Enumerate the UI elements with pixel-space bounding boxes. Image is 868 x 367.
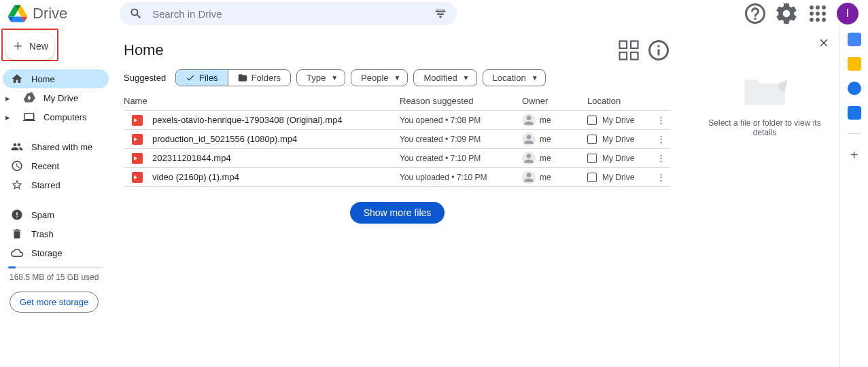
- file-row[interactable]: video (2160p) (1).mp4 You uploaded • 7:1…: [124, 168, 671, 187]
- sidebar-item-trash[interactable]: Trash: [3, 224, 109, 243]
- owner-avatar-icon: [522, 133, 536, 146]
- content: Home Suggested Files Folders Type▼ Peopl…: [114, 27, 680, 367]
- chevron-right-icon[interactable]: ▸: [5, 112, 14, 122]
- spam-icon: [11, 209, 23, 221]
- calendar-app-icon[interactable]: [848, 33, 861, 46]
- segment-folders[interactable]: Folders: [228, 70, 290, 86]
- home-icon: [11, 73, 23, 85]
- file-location[interactable]: My Drive: [587, 173, 650, 182]
- search-options-icon[interactable]: [434, 7, 447, 20]
- owner-avatar-icon: [522, 113, 536, 127]
- apps-button[interactable]: [805, 1, 830, 26]
- chevron-down-icon: ▼: [394, 74, 401, 82]
- file-reason: You opened • 7:08 PM: [400, 116, 522, 125]
- check-icon: [186, 73, 195, 83]
- layout-button[interactable]: [617, 38, 641, 63]
- show-more-button[interactable]: Show more files: [350, 202, 445, 224]
- chevron-right-icon[interactable]: ▸: [5, 93, 14, 103]
- app-name: Drive: [33, 5, 67, 22]
- chevron-down-icon: ▼: [463, 74, 470, 82]
- search-bar[interactable]: [120, 2, 457, 25]
- grid-icon: [617, 38, 641, 63]
- file-row[interactable]: production_id_5021556 (1080p).mp4 You cr…: [124, 130, 671, 149]
- file-owner: me: [522, 133, 587, 146]
- nav-label: Spam: [31, 210, 54, 220]
- sidebar-item-storage[interactable]: Storage: [3, 243, 109, 262]
- help-button[interactable]: [743, 1, 767, 26]
- side-rail: +: [839, 27, 868, 367]
- sidebar-item-spam[interactable]: Spam: [3, 205, 109, 224]
- filter-modified[interactable]: Modified▼: [413, 69, 476, 86]
- row-menu-button[interactable]: ⋮: [650, 172, 671, 182]
- nav-label: Home: [31, 74, 55, 84]
- people-icon: [11, 141, 23, 153]
- nav-label: Recent: [31, 161, 59, 171]
- filter-people[interactable]: People▼: [351, 69, 408, 86]
- row-menu-button[interactable]: ⋮: [650, 153, 671, 163]
- search-icon: [129, 7, 143, 20]
- chevron-down-icon: ▼: [532, 74, 538, 82]
- row-menu-button[interactable]: ⋮: [650, 115, 671, 125]
- app-header: Drive I: [0, 0, 868, 27]
- nav-primary: Home ▸ My Drive ▸ Computers: [0, 67, 114, 126]
- nav-label: Starred: [31, 180, 60, 190]
- search-input[interactable]: [152, 8, 434, 20]
- details-empty-state: Select a file or folder to view its deta…: [699, 71, 830, 137]
- storage-bar: [8, 266, 103, 268]
- drive-location-icon: [587, 116, 597, 125]
- file-name: 202311201844.mp4: [152, 153, 400, 163]
- new-button-highlight: + New: [1, 29, 58, 61]
- plus-icon: +: [14, 37, 22, 55]
- sidebar-item-shared[interactable]: Shared with me: [3, 137, 109, 156]
- nav-tertiary: Spam Trash Storage: [0, 203, 114, 262]
- close-details-button[interactable]: [818, 37, 830, 52]
- clock-icon: [11, 160, 23, 172]
- sidebar-item-recent[interactable]: Recent: [3, 156, 109, 175]
- details-empty-text: Select a file or folder to view its deta…: [699, 118, 830, 137]
- drive-location-icon: [587, 154, 597, 163]
- info-button[interactable]: [646, 38, 671, 63]
- gear-icon: [774, 1, 799, 26]
- logo-area[interactable]: Drive: [5, 4, 114, 23]
- row-menu-button[interactable]: ⋮: [650, 134, 671, 144]
- file-row[interactable]: 202311201844.mp4 You created • 7:10 PM m…: [124, 149, 671, 168]
- contacts-app-icon[interactable]: [848, 106, 861, 120]
- tasks-app-icon[interactable]: [848, 82, 861, 95]
- nav-label: My Drive: [44, 93, 78, 103]
- drive-location-icon: [587, 173, 597, 182]
- empty-folder-icon: [740, 71, 790, 109]
- file-name: pexels-otavio-henrique-17903408 (Origina…: [152, 115, 400, 125]
- drive-logo-icon: [8, 4, 27, 23]
- keep-app-icon[interactable]: [848, 57, 861, 71]
- owner-avatar-icon: [522, 152, 536, 165]
- get-storage-button[interactable]: Get more storage: [10, 292, 99, 313]
- sidebar-item-mydrive[interactable]: ▸ My Drive: [3, 88, 109, 107]
- new-button-label: New: [29, 41, 48, 52]
- col-name[interactable]: Name: [124, 96, 400, 106]
- video-file-icon: [132, 115, 143, 126]
- settings-button[interactable]: [774, 1, 799, 26]
- sidebar-item-starred[interactable]: Starred: [3, 175, 109, 194]
- filter-location[interactable]: Location▼: [483, 69, 546, 86]
- col-reason: Reason suggested: [400, 96, 522, 106]
- filter-type[interactable]: Type▼: [296, 69, 345, 86]
- file-owner: me: [522, 113, 587, 127]
- nav-label: Computers: [44, 112, 87, 122]
- nav-secondary: Shared with me Recent Starred: [0, 135, 114, 194]
- computer-icon: [23, 111, 35, 123]
- file-location[interactable]: My Drive: [587, 116, 650, 125]
- sidebar-item-computers[interactable]: ▸ Computers: [3, 107, 109, 126]
- owner-avatar-icon: [522, 171, 536, 184]
- cloud-icon: [11, 247, 23, 259]
- trash-icon: [11, 228, 23, 240]
- sidebar-item-home[interactable]: Home: [3, 69, 109, 88]
- apps-icon: [805, 1, 830, 26]
- add-addon-button[interactable]: +: [850, 147, 858, 163]
- file-row[interactable]: pexels-otavio-henrique-17903408 (Origina…: [124, 111, 671, 130]
- file-location[interactable]: My Drive: [587, 135, 650, 144]
- video-file-icon: [132, 134, 143, 145]
- segment-files[interactable]: Files: [176, 70, 227, 86]
- user-avatar[interactable]: I: [837, 3, 858, 24]
- new-button[interactable]: + New: [5, 33, 54, 60]
- file-location[interactable]: My Drive: [587, 154, 650, 163]
